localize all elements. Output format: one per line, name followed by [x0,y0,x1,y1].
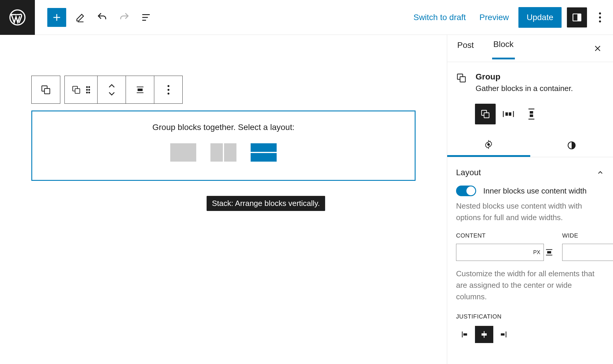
svg-point-12 [86,89,88,91]
close-sidebar-button[interactable] [591,42,604,55]
update-button[interactable]: Update [518,7,562,28]
content-width-toggle[interactable] [456,186,476,196]
svg-point-17 [167,85,169,87]
settings-sidebar-toggle[interactable] [567,7,587,27]
gear-icon [484,140,493,149]
svg-rect-33 [481,333,487,336]
layout-panel: Layout Inner blocks use content width Ne… [447,157,613,343]
content-width-toggle-label: Inner blocks use content width [483,186,587,196]
justify-right-icon [499,330,507,339]
wordpress-logo-button[interactable] [0,0,35,35]
layout-option-group[interactable] [170,143,196,162]
justify-right-button[interactable] [494,326,512,343]
group-block-placeholder[interactable]: Group blocks together. Select a layout: … [31,110,416,181]
layout-prompt-text: Group blocks together. Select a layout: [38,123,409,132]
drag-handle-icon [86,86,90,94]
block-align-button[interactable] [126,76,154,103]
align-icon [135,85,145,95]
width-help-text: Customize the width for all elements tha… [456,268,604,303]
justification-group [456,326,604,343]
svg-point-18 [167,89,169,90]
justify-left-button[interactable] [456,326,474,343]
svg-rect-30 [547,251,551,254]
topbar-actions: Switch to draft Preview Update [409,7,608,28]
content-width-label: CONTENT [456,232,554,239]
svg-rect-32 [463,333,467,336]
variation-row-button[interactable] [498,104,519,124]
svg-point-14 [86,92,88,93]
chevron-up-icon [596,169,604,176]
svg-rect-9 [75,89,80,93]
inspector-tab-settings[interactable] [447,134,530,157]
pencil-icon [75,12,86,23]
document-overview-button[interactable] [138,10,154,25]
layout-option-stack[interactable] [251,143,277,162]
undo-button[interactable] [95,10,110,25]
svg-rect-27 [530,114,533,117]
editor-canvas: Group blocks together. Select a layout: … [0,35,447,364]
svg-point-5 [599,20,601,22]
svg-point-15 [88,92,90,93]
variation-group-button[interactable] [475,104,496,124]
tab-block[interactable]: Block [492,38,515,59]
block-card-title: Group [476,72,573,82]
redo-icon [118,12,130,23]
svg-rect-16 [137,88,142,91]
more-options-button[interactable] [592,10,608,25]
block-mover[interactable] [97,76,126,103]
svg-rect-23 [484,113,489,118]
redo-button[interactable] [116,10,132,25]
close-icon [593,44,602,53]
group-icon [456,73,467,83]
svg-rect-24 [505,112,508,116]
more-vertical-icon [167,85,170,95]
svg-point-3 [599,12,601,14]
topbar-tools [35,8,154,27]
switch-to-draft-button[interactable]: Switch to draft [409,9,470,26]
svg-rect-2 [578,14,581,21]
wordpress-icon [9,9,26,26]
content-width-input[interactable] [456,244,544,261]
svg-point-10 [86,86,88,88]
more-vertical-icon [599,12,601,22]
sidebar-tabs: Post Block [447,35,613,62]
svg-rect-21 [460,77,466,82]
layout-option-row[interactable] [210,143,236,162]
block-type-button[interactable] [65,76,97,103]
content-width-icon [544,248,554,257]
layout-option-list [38,143,409,162]
svg-rect-34 [501,333,505,336]
svg-point-11 [88,86,90,88]
select-parent-button[interactable] [32,76,60,103]
row-icon [502,110,514,118]
block-card-icon [456,72,467,83]
editor-top-bar: Switch to draft Preview Update [0,0,613,35]
list-view-icon [140,12,152,23]
block-toolbar [31,76,416,104]
group-icon [72,85,81,95]
layout-panel-title: Layout [456,168,481,177]
move-up-down-icon [108,84,116,96]
inspector-tab-styles[interactable] [530,134,613,157]
content-width-help: Nested blocks use content width with opt… [456,200,604,223]
undo-icon [96,12,108,23]
group-icon [40,84,51,95]
svg-point-13 [88,89,90,91]
tools-button[interactable] [73,10,88,25]
variation-stack-button[interactable] [521,104,542,124]
wide-width-input[interactable] [562,244,613,261]
stack-icon [527,108,536,120]
inspector-sub-tabs [447,134,613,157]
justify-center-button[interactable] [475,326,493,343]
svg-point-28 [487,143,490,146]
layout-panel-toggle[interactable]: Layout [456,164,604,186]
preview-button[interactable]: Preview [475,9,513,26]
block-variation-picker [447,98,613,134]
tab-post[interactable]: Post [456,38,475,58]
justify-left-icon [461,330,470,339]
svg-rect-26 [530,111,533,114]
block-more-options-button[interactable] [154,76,182,103]
add-block-button[interactable] [47,8,66,27]
block-card-description: Gather blocks in a container. [476,84,573,93]
plus-icon [52,12,62,22]
